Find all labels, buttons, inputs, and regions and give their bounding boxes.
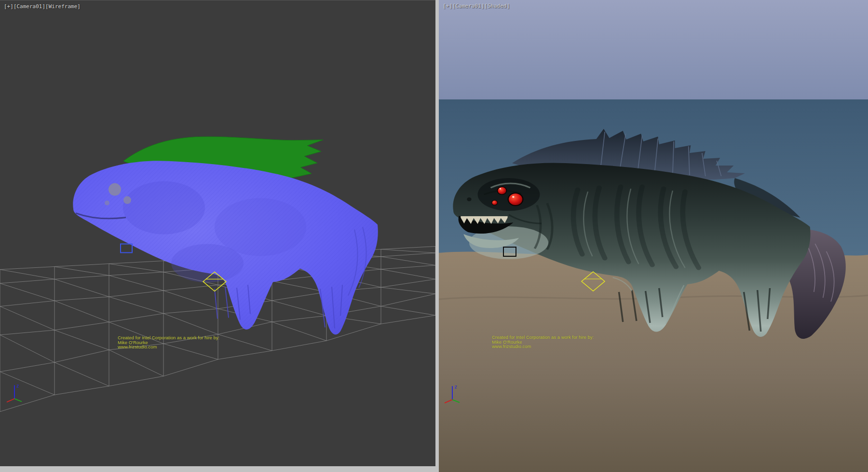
- sky-background: [439, 0, 868, 99]
- world-axis-tripod: z: [7, 383, 22, 402]
- selection-bracket[interactable]: [121, 244, 132, 252]
- eye-third: [492, 200, 498, 205]
- viewport-shading-button[interactable]: [Shaded]: [484, 3, 510, 9]
- viewport-splitter[interactable]: [435, 0, 439, 472]
- eye-spot: [105, 201, 109, 206]
- credit-text: Created for Intel Corporation as a work …: [492, 335, 594, 349]
- fish-model-wireframe[interactable]: [73, 137, 378, 334]
- credit-line: www.frizstudio.com: [492, 344, 594, 349]
- wireframe-scene: z: [0, 0, 435, 466]
- viewport-label-right: [+][Camera01][Shaded]: [443, 3, 510, 9]
- viewport-wireframe[interactable]: [+][Camera01][Wireframe]: [0, 0, 435, 466]
- viewport-label-left: [+][Camera01][Wireframe]: [4, 3, 81, 10]
- nostril: [467, 197, 471, 201]
- eye-spot: [108, 183, 121, 196]
- body-shading-patch: [215, 198, 306, 256]
- eye-second: [498, 187, 507, 194]
- credit-line: www.frizstudio.com: [118, 345, 219, 349]
- viewport-shaded[interactable]: [+][Camera01][Shaded]: [439, 0, 868, 472]
- eye-glint: [500, 188, 502, 190]
- viewport-camera-button[interactable]: [Camera01]: [14, 3, 45, 10]
- viewport-menu-button[interactable]: [+]: [443, 3, 452, 9]
- viewport-camera-button[interactable]: [Camera01]: [452, 3, 484, 9]
- shaded-scene: z: [439, 0, 868, 472]
- eye-main: [508, 193, 523, 206]
- body-shading-patch: [123, 181, 205, 235]
- bottom-border: [0, 466, 435, 472]
- body-shading-patch: [171, 244, 244, 282]
- axis-z-label: z: [16, 383, 19, 389]
- credit-text: Created for Intel Corporation as a work …: [118, 335, 219, 349]
- viewport-shading-button[interactable]: [Wireframe]: [45, 3, 81, 10]
- dual-viewport-screen: [+][Camera01][Wireframe]: [0, 0, 868, 472]
- eye-glint: [512, 196, 515, 198]
- axis-z-label: z: [454, 384, 457, 389]
- viewport-menu-button[interactable]: [+]: [4, 3, 14, 10]
- eye-spot: [123, 196, 131, 204]
